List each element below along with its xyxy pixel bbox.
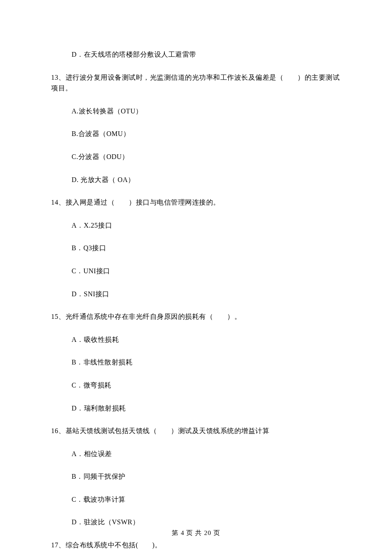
q14-option-b: B．Q3接口 [51, 243, 341, 254]
q14-option-a: A．X.25接口 [51, 220, 341, 231]
q15-option-c: C．微弯损耗 [51, 380, 341, 391]
q16-option-c: C．载波功率计算 [51, 494, 341, 505]
q13-stem: 13、进行波分复用设备测试时，光监测信道的光功率和工作波长及偏差是（ ）的主要测… [51, 72, 341, 94]
q13-option-c: C.分波器（ODU） [51, 151, 341, 162]
q16-option-a: A．相位误差 [51, 448, 341, 460]
q16-stem: 16、基站天馈线测试包括天馈线（ ）测试及天馈线系统的增益计算 [51, 425, 341, 436]
q13-option-d: D. 光放大器（ OA） [51, 174, 341, 185]
q13-option-a: A.波长转换器（OTU） [51, 106, 341, 117]
q15-option-a: A．吸收性损耗 [51, 334, 341, 345]
q14-option-d: D．SNI接口 [51, 289, 341, 300]
page-content: D．在天线塔的塔楼部分敷设人工避雷带 13、进行波分复用设备测试时，光监测信道的… [0, 0, 392, 555]
q15-option-b: B．非线性散射损耗 [51, 357, 341, 368]
q12-option-d: D．在天线塔的塔楼部分敷设人工避雷带 [51, 49, 341, 60]
q15-option-d: D．瑞利散射损耗 [51, 403, 341, 414]
q14-stem: 14、接入网是通过（ ）接口与电信管理网连接的。 [51, 197, 341, 208]
page-footer: 第 4 页 共 20 页 [0, 528, 392, 538]
q15-stem: 15、光纤通信系统中存在非光纤自身原因的损耗有（ ）。 [51, 311, 341, 322]
q16-option-b: B．同频干扰保护 [51, 471, 341, 482]
q16-option-d: D．驻波比（VSWR） [51, 517, 341, 528]
q14-option-c: C．UNI接口 [51, 266, 341, 277]
q17-stem: 17、综合布线系统中不包括( )。 [51, 540, 341, 551]
q13-option-b: B.合波器（OMU） [51, 128, 341, 139]
